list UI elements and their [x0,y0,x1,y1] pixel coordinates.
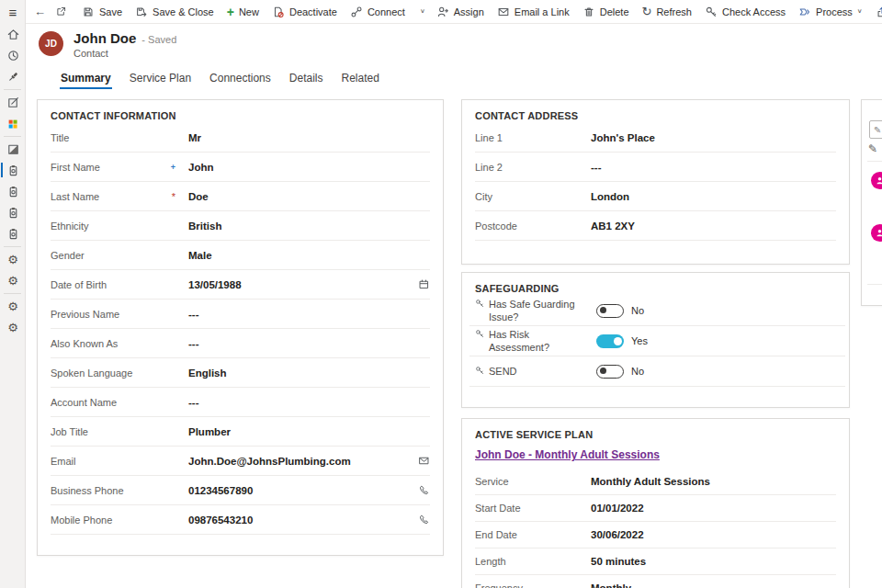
hamburger-menu-icon[interactable]: ≡ [0,0,26,24]
field-value[interactable]: John.Doe@JohnsPlumbing.com [188,456,418,467]
lock-icon [475,366,485,376]
share-button[interactable]: Share [869,0,882,24]
search-glyph-icon: ✎ [874,125,881,135]
save-and-close-button[interactable]: Save & Close [129,0,220,24]
field-row-spoken-language[interactable]: Spoken Language English [51,358,430,388]
send-email-icon[interactable] [418,455,430,467]
connect-more-chevron-icon[interactable]: ∨ [415,0,430,24]
field-row-gender[interactable]: Gender Male [51,241,430,270]
field-row-end-date[interactable]: End Date 30/06/2022 [475,522,836,548]
toggle-switch[interactable] [596,365,624,379]
field-value[interactable]: --- [188,397,430,408]
field-row-line-1[interactable]: Line 1 John's Place [475,123,836,153]
new-button[interactable]: + New [220,0,266,24]
delete-button[interactable]: Delete [576,0,636,24]
field-row-title[interactable]: Title Mr [51,123,430,153]
field-value[interactable]: 01234567890 [188,485,418,496]
service-plan-link[interactable]: John Doe - Monthly Adult Sessions [475,448,660,461]
field-row-date-of-birth[interactable]: Date of Birth 13/05/1988 [51,270,430,300]
gear-icon[interactable]: ⚙ [0,317,26,338]
toggle-row-safeguarding-issue[interactable]: Has Safe Guarding Issue? No [469,296,845,326]
field-value[interactable]: John [188,162,430,173]
field-value[interactable]: London [591,191,836,202]
tab-summary[interactable]: Summary [51,66,120,92]
field-row-postcode[interactable]: Postcode AB1 2XY [475,211,836,241]
field-row-account-name[interactable]: Account Name --- [51,388,430,417]
field-row-city[interactable]: City London [475,182,836,211]
field-value[interactable]: 13/05/1988 [188,279,418,290]
gear-icon[interactable]: ⚙ [0,270,26,291]
process-button[interactable]: Process ∨ [792,0,869,24]
field-value[interactable]: Monthly Adult Sessions [591,476,836,487]
field-row-business-phone[interactable]: Business Phone 01234567890 [51,476,430,505]
field-value[interactable]: John's Place [591,132,836,143]
deactivate-button[interactable]: Deactivate [266,0,344,24]
tab-details[interactable]: Details [280,66,333,92]
timeline-divider [867,284,882,285]
toggle-row-send[interactable]: SEND No [469,356,845,387]
field-value[interactable]: English [188,368,430,379]
field-row-line-2[interactable]: Line 2 --- [475,153,836,182]
recent-clock-icon[interactable] [0,45,26,66]
clipboard-icon-selected[interactable] [0,160,26,181]
field-value[interactable]: AB1 2XY [591,220,836,232]
field-row-ethnicity[interactable]: Ethnicity British [51,211,430,241]
field-row-last-name[interactable]: Last Name * Doe [51,182,430,211]
field-value[interactable]: 01/01/2022 [591,503,836,514]
email-a-link-button[interactable]: Email a Link [491,0,576,24]
field-value[interactable]: Doe [188,191,430,202]
refresh-button[interactable]: ↻ Refresh [636,0,698,24]
field-value[interactable]: --- [188,309,430,320]
tab-service-plan[interactable]: Service Plan [120,66,200,92]
gear-icon[interactable]: ⚙ [0,249,26,270]
timeline-search-input[interactable]: ✎ [869,120,882,139]
field-row-email[interactable]: Email John.Doe@JohnsPlumbing.com [51,447,430,476]
popout-icon[interactable] [51,0,72,24]
toggle-switch[interactable] [596,304,624,318]
tab-connections[interactable]: Connections [200,66,280,92]
field-value[interactable]: 30/06/2022 [591,529,836,540]
field-value[interactable]: British [188,220,430,232]
field-row-first-name[interactable]: First Name + John [51,153,430,182]
field-value[interactable]: 50 minutes [591,556,836,567]
field-value[interactable]: --- [188,338,430,349]
field-row-previous-name[interactable]: Previous Name --- [51,300,430,329]
home-icon[interactable] [0,24,26,45]
field-row-job-title[interactable]: Job Title Plumber [51,417,430,447]
field-value[interactable]: 09876543210 [188,514,418,526]
field-value[interactable]: Mr [188,132,430,143]
check-access-button[interactable]: Check Access [698,0,792,24]
field-row-service[interactable]: Service Monthly Adult Sessions [475,469,836,495]
field-row-also-known-as[interactable]: Also Known As --- [51,329,430,358]
field-row-mobile-phone[interactable]: Mobile Phone 09876543210 [51,505,430,535]
field-label: Gender [51,250,85,261]
phone-icon[interactable] [418,484,430,496]
field-label: Postcode [475,220,517,232]
back-button[interactable]: ← [29,0,51,24]
clipboard-icon[interactable] [0,223,26,244]
clipboard-icon[interactable] [0,181,26,202]
toggle-switch[interactable] [596,334,624,348]
pin-icon[interactable] [0,66,26,87]
field-row-start-date[interactable]: Start Date 01/01/2022 [475,495,836,522]
field-value[interactable]: Male [188,250,430,261]
toggle-row-risk-assessment[interactable]: Has Risk Assessment? Yes [469,326,845,356]
field-value[interactable]: --- [591,162,836,173]
field-value[interactable]: Monthly [591,582,836,588]
apps-grid-icon[interactable] [0,113,26,134]
field-label: Length [475,556,506,567]
clipboard-icon[interactable] [0,202,26,223]
gear-icon[interactable]: ⚙ [0,296,26,317]
save-button[interactable]: Save [75,0,129,24]
phone-icon[interactable] [418,514,430,526]
field-value[interactable]: Plumber [188,426,430,437]
edit-form-icon[interactable] [0,92,26,113]
tab-related[interactable]: Related [332,66,388,92]
connect-button[interactable]: Connect [344,0,412,24]
pencil-icon[interactable]: ✎ [868,142,877,155]
calendar-icon[interactable] [418,278,430,290]
field-row-partial[interactable]: Frequency Monthly [475,575,836,588]
assign-button[interactable]: Assign [430,0,491,24]
diagonal-box-icon[interactable] [0,139,26,160]
field-row-length[interactable]: Length 50 minutes [475,548,836,575]
